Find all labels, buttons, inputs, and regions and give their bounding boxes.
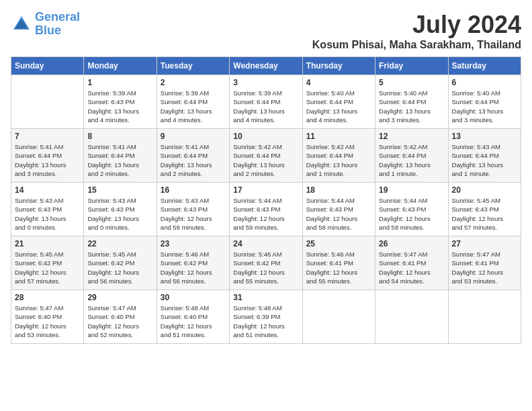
day-info: Sunrise: 5:45 AM Sunset: 6:42 PM Dayligh… bbox=[87, 250, 152, 285]
calendar-cell: 19Sunrise: 5:44 AM Sunset: 6:43 PM Dayli… bbox=[375, 183, 448, 236]
calendar-cell: 7Sunrise: 5:41 AM Sunset: 6:44 PM Daylig… bbox=[11, 129, 84, 183]
day-number: 17 bbox=[233, 185, 298, 195]
calendar-cell: 24Sunrise: 5:46 AM Sunset: 6:42 PM Dayli… bbox=[230, 236, 302, 290]
day-info: Sunrise: 5:40 AM Sunset: 6:44 PM Dayligh… bbox=[306, 89, 371, 124]
calendar-cell: 4Sunrise: 5:40 AM Sunset: 6:44 PM Daylig… bbox=[302, 75, 375, 129]
day-info: Sunrise: 5:43 AM Sunset: 6:43 PM Dayligh… bbox=[15, 196, 80, 232]
day-info: Sunrise: 5:44 AM Sunset: 6:43 PM Dayligh… bbox=[379, 196, 444, 232]
day-number: 23 bbox=[161, 239, 226, 248]
day-info: Sunrise: 5:40 AM Sunset: 6:44 PM Dayligh… bbox=[379, 89, 444, 124]
calendar-week-5: 28Sunrise: 5:47 AM Sunset: 6:40 PM Dayli… bbox=[11, 290, 521, 344]
calendar-cell: 18Sunrise: 5:44 AM Sunset: 6:43 PM Dayli… bbox=[302, 183, 375, 236]
day-info: Sunrise: 5:42 AM Sunset: 6:44 PM Dayligh… bbox=[233, 142, 298, 178]
calendar-cell: 1Sunrise: 5:39 AM Sunset: 6:43 PM Daylig… bbox=[84, 75, 157, 129]
day-number: 18 bbox=[306, 185, 371, 195]
day-header-sunday: Sunday bbox=[11, 57, 84, 75]
day-info: Sunrise: 5:44 AM Sunset: 6:43 PM Dayligh… bbox=[233, 196, 298, 232]
day-info: Sunrise: 5:41 AM Sunset: 6:44 PM Dayligh… bbox=[87, 142, 152, 178]
day-info: Sunrise: 5:46 AM Sunset: 6:42 PM Dayligh… bbox=[233, 250, 298, 285]
day-info: Sunrise: 5:41 AM Sunset: 6:44 PM Dayligh… bbox=[15, 142, 80, 178]
calendar-cell bbox=[302, 290, 375, 344]
calendar-cell: 29Sunrise: 5:47 AM Sunset: 6:40 PM Dayli… bbox=[84, 290, 157, 344]
logo-text: General Blue bbox=[35, 11, 80, 38]
calendar-cell: 3Sunrise: 5:39 AM Sunset: 6:44 PM Daylig… bbox=[230, 75, 302, 129]
day-number: 24 bbox=[233, 239, 298, 248]
day-number: 31 bbox=[233, 293, 298, 302]
calendar-cell: 10Sunrise: 5:42 AM Sunset: 6:44 PM Dayli… bbox=[230, 129, 302, 183]
calendar-cell: 12Sunrise: 5:42 AM Sunset: 6:44 PM Dayli… bbox=[375, 129, 448, 183]
day-number: 25 bbox=[306, 239, 371, 248]
day-info: Sunrise: 5:44 AM Sunset: 6:43 PM Dayligh… bbox=[306, 196, 371, 232]
day-info: Sunrise: 5:42 AM Sunset: 6:44 PM Dayligh… bbox=[379, 142, 444, 178]
day-number: 5 bbox=[379, 78, 444, 87]
day-info: Sunrise: 5:47 AM Sunset: 6:40 PM Dayligh… bbox=[15, 304, 80, 339]
day-number: 12 bbox=[379, 132, 444, 141]
day-number: 27 bbox=[452, 239, 517, 248]
day-header-saturday: Saturday bbox=[448, 57, 521, 75]
day-number: 4 bbox=[306, 78, 371, 87]
day-info: Sunrise: 5:45 AM Sunset: 6:43 PM Dayligh… bbox=[452, 196, 517, 232]
calendar-cell: 8Sunrise: 5:41 AM Sunset: 6:44 PM Daylig… bbox=[84, 129, 157, 183]
day-number: 15 bbox=[87, 185, 152, 195]
calendar-cell: 6Sunrise: 5:40 AM Sunset: 6:44 PM Daylig… bbox=[448, 75, 521, 129]
day-header-wednesday: Wednesday bbox=[230, 57, 302, 75]
day-number: 26 bbox=[379, 239, 444, 248]
day-header-thursday: Thursday bbox=[302, 57, 375, 75]
calendar-cell: 26Sunrise: 5:47 AM Sunset: 6:41 PM Dayli… bbox=[375, 236, 448, 290]
day-number: 9 bbox=[161, 132, 226, 141]
calendar-cell: 16Sunrise: 5:43 AM Sunset: 6:43 PM Dayli… bbox=[157, 183, 229, 236]
header: General Blue July 2024 Kosum Phisai, Mah… bbox=[11, 11, 521, 51]
day-header-friday: Friday bbox=[375, 57, 448, 75]
calendar-cell: 9Sunrise: 5:41 AM Sunset: 6:44 PM Daylig… bbox=[157, 129, 229, 183]
calendar-cell: 27Sunrise: 5:47 AM Sunset: 6:41 PM Dayli… bbox=[448, 236, 521, 290]
calendar-cell: 23Sunrise: 5:46 AM Sunset: 6:42 PM Dayli… bbox=[157, 236, 229, 290]
calendar-cell: 2Sunrise: 5:39 AM Sunset: 6:44 PM Daylig… bbox=[157, 75, 229, 129]
day-info: Sunrise: 5:47 AM Sunset: 6:40 PM Dayligh… bbox=[87, 304, 152, 339]
day-number: 10 bbox=[233, 132, 298, 141]
logo-icon bbox=[11, 13, 32, 35]
day-number: 29 bbox=[87, 293, 152, 302]
calendar-cell: 13Sunrise: 5:43 AM Sunset: 6:44 PM Dayli… bbox=[448, 129, 521, 183]
day-info: Sunrise: 5:46 AM Sunset: 6:41 PM Dayligh… bbox=[306, 250, 371, 285]
day-info: Sunrise: 5:43 AM Sunset: 6:43 PM Dayligh… bbox=[87, 196, 152, 232]
day-number: 30 bbox=[161, 293, 226, 302]
day-number: 28 bbox=[15, 293, 80, 302]
day-number: 14 bbox=[15, 185, 80, 195]
calendar-cell: 22Sunrise: 5:45 AM Sunset: 6:42 PM Dayli… bbox=[84, 236, 157, 290]
day-info: Sunrise: 5:47 AM Sunset: 6:41 PM Dayligh… bbox=[379, 250, 444, 285]
day-header-monday: Monday bbox=[84, 57, 157, 75]
calendar-table: SundayMondayTuesdayWednesdayThursdayFrid… bbox=[11, 56, 521, 344]
calendar-cell: 5Sunrise: 5:40 AM Sunset: 6:44 PM Daylig… bbox=[375, 75, 448, 129]
calendar-cell bbox=[448, 290, 521, 344]
day-info: Sunrise: 5:40 AM Sunset: 6:44 PM Dayligh… bbox=[452, 89, 517, 124]
day-info: Sunrise: 5:42 AM Sunset: 6:44 PM Dayligh… bbox=[306, 142, 371, 178]
day-info: Sunrise: 5:47 AM Sunset: 6:41 PM Dayligh… bbox=[452, 250, 517, 285]
day-info: Sunrise: 5:46 AM Sunset: 6:42 PM Dayligh… bbox=[161, 250, 226, 285]
calendar-cell: 21Sunrise: 5:45 AM Sunset: 6:42 PM Dayli… bbox=[11, 236, 84, 290]
day-number: 20 bbox=[452, 185, 517, 195]
calendar-cell: 17Sunrise: 5:44 AM Sunset: 6:43 PM Dayli… bbox=[230, 183, 302, 236]
day-number: 13 bbox=[452, 132, 517, 141]
calendar-cell: 30Sunrise: 5:48 AM Sunset: 6:40 PM Dayli… bbox=[157, 290, 229, 344]
day-info: Sunrise: 5:43 AM Sunset: 6:43 PM Dayligh… bbox=[161, 196, 226, 232]
calendar-cell: 28Sunrise: 5:47 AM Sunset: 6:40 PM Dayli… bbox=[11, 290, 84, 344]
calendar-cell: 11Sunrise: 5:42 AM Sunset: 6:44 PM Dayli… bbox=[302, 129, 375, 183]
day-number: 2 bbox=[161, 78, 226, 87]
month-title: July 2024 bbox=[312, 11, 521, 39]
title-area: July 2024 Kosum Phisai, Maha Sarakham, T… bbox=[312, 11, 521, 51]
calendar-week-3: 14Sunrise: 5:43 AM Sunset: 6:43 PM Dayli… bbox=[11, 183, 521, 236]
day-number: 22 bbox=[87, 239, 152, 248]
calendar-week-4: 21Sunrise: 5:45 AM Sunset: 6:42 PM Dayli… bbox=[11, 236, 521, 290]
calendar-week-1: 1Sunrise: 5:39 AM Sunset: 6:43 PM Daylig… bbox=[11, 75, 521, 129]
logo-line2: Blue bbox=[35, 24, 61, 37]
day-number: 6 bbox=[452, 78, 517, 87]
calendar-week-2: 7Sunrise: 5:41 AM Sunset: 6:44 PM Daylig… bbox=[11, 129, 521, 183]
day-number: 8 bbox=[87, 132, 152, 141]
day-number: 21 bbox=[15, 239, 80, 248]
day-number: 11 bbox=[306, 132, 371, 141]
day-info: Sunrise: 5:48 AM Sunset: 6:40 PM Dayligh… bbox=[161, 304, 226, 339]
day-info: Sunrise: 5:39 AM Sunset: 6:44 PM Dayligh… bbox=[161, 89, 226, 124]
day-info: Sunrise: 5:43 AM Sunset: 6:44 PM Dayligh… bbox=[452, 142, 517, 178]
day-number: 3 bbox=[233, 78, 298, 87]
day-info: Sunrise: 5:48 AM Sunset: 6:39 PM Dayligh… bbox=[233, 304, 298, 339]
